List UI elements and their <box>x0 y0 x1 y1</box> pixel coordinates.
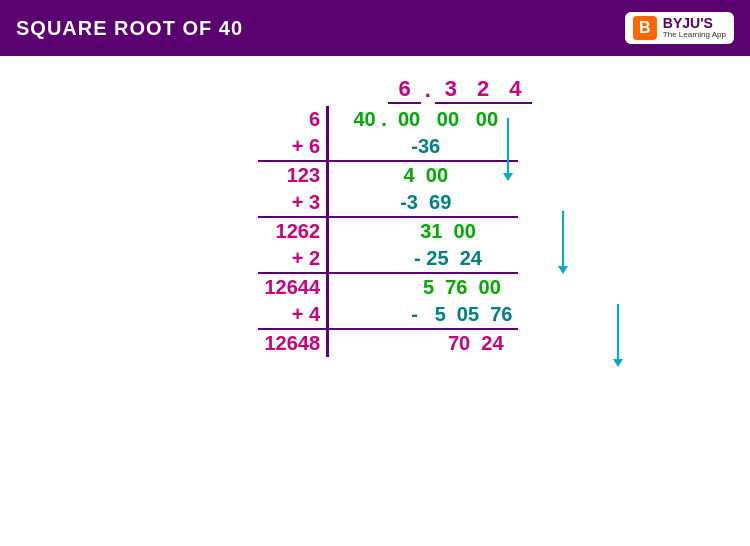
result-row: 6 . 3 2 4 <box>388 76 531 104</box>
q4: 4 <box>499 76 531 103</box>
q1: 6 <box>388 76 420 103</box>
row-5: 1262 31 00 <box>258 217 518 245</box>
val-9: 70 24 <box>328 329 519 357</box>
logo-text: BYJU'S The Learning App <box>663 16 726 40</box>
arrow-2 <box>558 211 568 274</box>
main-content: 6 . 3 2 4 6 40 . 00 00 00 + 6 -36 <box>0 56 750 357</box>
row-8: + 4 - 5 05 76 <box>258 301 518 329</box>
row-3: 123 4 00 <box>258 161 518 189</box>
q-dot: . <box>421 76 435 103</box>
val-2: -36 <box>328 133 519 161</box>
val-4: -3 69 <box>328 189 519 217</box>
left-3a: 123 <box>258 161 327 189</box>
arrow-3 <box>613 304 623 367</box>
val-6: - 25 24 <box>328 245 519 273</box>
q2: 3 <box>435 76 467 103</box>
left-7a: 12644 <box>258 273 327 301</box>
val-1: 40 . 00 00 00 <box>328 106 519 133</box>
left-9a: 12648 <box>258 329 327 357</box>
row-4: + 3 -3 69 <box>258 189 518 217</box>
logo: B BYJU'S The Learning App <box>625 12 734 44</box>
val-5: 31 00 <box>328 217 519 245</box>
quotient-display: 6 . 3 2 4 <box>388 76 531 103</box>
logo-name: BYJU'S <box>663 16 726 31</box>
logo-tagline: The Learning App <box>663 31 726 40</box>
left-4a: + 3 <box>258 189 327 217</box>
left-5a: 1262 <box>258 217 327 245</box>
val-3: 4 00 <box>328 161 519 189</box>
left-6a: + 2 <box>258 245 327 273</box>
q3: 2 <box>467 76 499 103</box>
division-container: 6 . 3 2 4 6 40 . 00 00 00 + 6 -36 <box>218 76 531 357</box>
page-title: SQUARE ROOT OF 40 <box>16 17 243 40</box>
left-8a: + 4 <box>258 301 327 329</box>
row-9: 12648 70 24 <box>258 329 518 357</box>
row-2: + 6 -36 <box>258 133 518 161</box>
logo-b-icon: B <box>633 16 657 40</box>
left-1a: 6 <box>258 106 327 133</box>
arrow-1 <box>503 118 513 181</box>
row-1: 6 40 . 00 00 00 <box>258 106 518 133</box>
header: SQUARE ROOT OF 40 B BYJU'S The Learning … <box>0 0 750 56</box>
left-2a: + 6 <box>258 133 327 161</box>
val-8: - 5 05 76 <box>328 301 519 329</box>
row-6: + 2 - 25 24 <box>258 245 518 273</box>
val-7: 5 76 00 <box>328 273 519 301</box>
row-7: 12644 5 76 00 <box>258 273 518 301</box>
division-table: 6 40 . 00 00 00 + 6 -36 123 4 00 + 3 -3 … <box>258 106 518 357</box>
